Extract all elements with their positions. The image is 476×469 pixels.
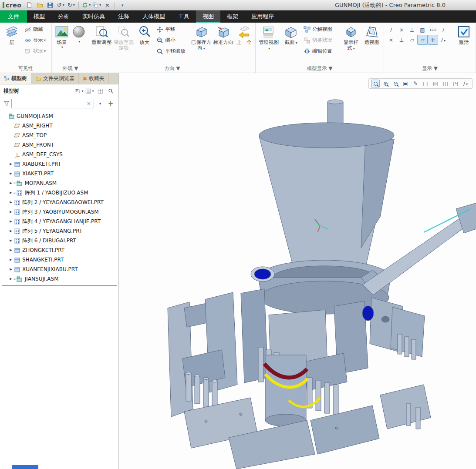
ribbon-tab-2[interactable]: 分析 xyxy=(51,10,76,23)
display-style-button[interactable]: ▢ xyxy=(421,80,430,87)
tree-item-10[interactable]: ▶阵列 3 / YAOBIYUMOGUN.ASM xyxy=(0,207,118,217)
tree-item-12[interactable]: ▶阵列 5 / YEYAGANG.PRT xyxy=(0,226,118,236)
ribbon-tab-5[interactable]: 人体模型 xyxy=(136,10,172,23)
hide-button[interactable]: 隐藏 xyxy=(23,24,47,35)
filter-options-dropdown[interactable]: ▾ xyxy=(96,99,105,108)
tree-search-button[interactable] xyxy=(106,87,115,95)
tree-filters-button[interactable] xyxy=(75,87,84,95)
repaint-button[interactable]: ✎ xyxy=(411,80,420,87)
tree-item-4[interactable]: ASM_DEF_CSYS xyxy=(0,150,118,159)
tree-item-5[interactable]: ▶XIABUKETI.PRT xyxy=(0,159,118,169)
tree-item-3[interactable]: ASM_FRONT xyxy=(0,140,118,150)
ribbon-tab-9[interactable]: 应用程序 xyxy=(245,10,280,23)
refit-button[interactable]: ▣ xyxy=(401,80,410,87)
annotation-display-button[interactable]: ∕ xyxy=(461,80,470,87)
tab-model-tree[interactable]: 模型树 xyxy=(0,73,31,84)
edit-position-button[interactable]: 编辑位置 xyxy=(302,46,340,57)
annotation-display-toggle[interactable]: ▧ xyxy=(417,25,428,35)
add-filter-button[interactable]: + xyxy=(106,99,115,108)
tree-item-16[interactable]: ▶XUANFENJIXIABU.PRT xyxy=(0,265,118,274)
customize-toolbar-button[interactable]: ▾ xyxy=(118,1,127,9)
pan-button[interactable]: 平移 xyxy=(155,24,189,35)
undo-button[interactable]: ↺ xyxy=(56,1,65,9)
zoom-out-button[interactable]: 缩小 xyxy=(155,35,189,46)
switch-status-button[interactable]: 切换状况 xyxy=(302,35,340,46)
datum-csys-display-toggle[interactable]: ⊥ xyxy=(407,25,417,35)
scene-button[interactable]: 场景 xyxy=(54,24,70,50)
expand-arrow-icon[interactable]: ▶ xyxy=(8,210,14,214)
activate-button[interactable]: 激活 xyxy=(454,24,474,46)
ribbon-tab-4[interactable]: 注释 xyxy=(111,10,136,23)
tree-item-8[interactable]: ▶▫阵列 1 / YAOBIJIZUO.ASM xyxy=(0,188,118,198)
expand-arrow-icon[interactable]: ▶ xyxy=(8,239,14,242)
perspective-button[interactable]: 透视图 xyxy=(362,24,382,46)
standard-orientation-button[interactable]: 标准方向 xyxy=(213,24,234,46)
graphics-area[interactable]: +−▣✎▢▤◫◳∕ xyxy=(119,73,476,469)
csys-tags-toggle[interactable]: ⊥ xyxy=(396,35,407,45)
select-display-dropdown[interactable]: ∕ xyxy=(438,35,449,45)
previous-view-button[interactable]: 上一个 xyxy=(235,24,253,46)
tab-folder-browser[interactable]: 文件夹浏览器 xyxy=(31,73,79,84)
layers-button[interactable]: 层 xyxy=(2,24,22,46)
expand-arrow-icon[interactable]: ▶ xyxy=(8,172,14,175)
window-switch-button[interactable] xyxy=(92,1,101,9)
ribbon-tab-1[interactable]: 模型 xyxy=(27,10,51,23)
tree-settings-button[interactable] xyxy=(85,87,94,95)
insertion-indicator[interactable] xyxy=(2,285,117,286)
open-file-button[interactable] xyxy=(35,1,44,9)
ribbon-tab-3[interactable]: 实时仿真 xyxy=(76,10,111,23)
tree-item-9[interactable]: ▶阵列 2 / YEYAGANGBAOWEI.PRT xyxy=(0,198,118,207)
tree-item-6[interactable]: ▶XIAKETI.PRT xyxy=(0,169,118,178)
ribbon-tab-6[interactable]: 工具 xyxy=(172,10,196,23)
refit-button[interactable]: 重新调整 xyxy=(91,24,112,46)
sections-button[interactable]: 截面 xyxy=(281,24,301,46)
point-tags-toggle[interactable]: × xyxy=(386,35,396,45)
tree-item-15[interactable]: ▶SHANGKETI.PRT xyxy=(0,255,118,265)
close-window-button[interactable]: × xyxy=(103,1,111,9)
datum-points-display-toggle[interactable]: × xyxy=(396,25,407,35)
expand-arrow-icon[interactable]: ▶ xyxy=(8,277,14,281)
tree-item-7[interactable]: ▶▫MOPAN.ASM xyxy=(0,178,118,188)
clear-filter-icon[interactable]: × xyxy=(86,100,92,107)
perspective-view-button[interactable]: ◳ xyxy=(451,80,460,87)
manage-views-button[interactable]: 管理视图 xyxy=(257,24,280,52)
datum-axes-display-toggle[interactable]: ∕ xyxy=(386,25,396,35)
redo-button[interactable]: ↻ xyxy=(67,1,75,9)
regenerate-button[interactable] xyxy=(82,1,91,9)
save-button[interactable] xyxy=(46,1,54,9)
zoom-out-button[interactable]: − xyxy=(391,80,400,87)
tree-item-0[interactable]: GUNMOJI.ASM xyxy=(0,111,118,121)
expand-arrow-icon[interactable]: ▶ xyxy=(8,181,14,185)
expand-arrow-icon[interactable]: ▶ xyxy=(8,191,14,194)
tree-item-14[interactable]: ▶ZHONGKETI.PRT xyxy=(0,245,118,255)
tree-item-2[interactable]: ASM_TOP xyxy=(0,131,118,140)
funnel-filter-icon[interactable] xyxy=(3,100,10,107)
tree-item-17[interactable]: ▶▫JIANSUJI.ASM xyxy=(0,274,118,284)
expand-arrow-icon[interactable]: ▶ xyxy=(8,162,14,166)
expand-arrow-icon[interactable]: ▶ xyxy=(8,268,14,271)
saved-orientations-button[interactable]: ▤ xyxy=(431,80,440,87)
tab-favorites[interactable]: ✱ 收藏夹 xyxy=(79,73,109,84)
tree-item-13[interactable]: ▶阵列 6 / DIBUGAI.PRT xyxy=(0,236,118,245)
explode-view-button[interactable]: 分解视图 xyxy=(302,24,340,35)
tree-filter-input[interactable] xyxy=(14,100,86,107)
datum-planes-display-toggle[interactable]: ▱ xyxy=(417,35,428,45)
tree-item-1[interactable]: ASM_RIGHT xyxy=(0,121,118,131)
pan-zoom-button[interactable]: 平移缩放 xyxy=(155,46,189,57)
tree-item-11[interactable]: ▶阵列 4 / YEYAGANGLIANJIE.PRT xyxy=(0,217,118,226)
plane-tags-toggle[interactable]: ▱ xyxy=(407,35,417,45)
model-gunmoji-3d-view[interactable] xyxy=(119,73,476,469)
appearance-gallery-button[interactable] xyxy=(71,24,88,44)
expand-arrow-icon[interactable]: ▶ xyxy=(8,201,14,204)
expand-arrow-icon[interactable]: ▶ xyxy=(8,229,14,233)
zoom-region-button[interactable] xyxy=(371,80,380,87)
view-manager-button[interactable]: ◫ xyxy=(441,80,450,87)
zoom-in-button[interactable]: 放大 xyxy=(135,24,154,46)
zoom-to-selected-button[interactable]: 缩放至选定项 xyxy=(113,24,135,52)
zoom-in-button[interactable]: + xyxy=(381,80,390,87)
display-style-button[interactable]: 显示样式 xyxy=(341,24,361,52)
show-button[interactable]: 显示 xyxy=(23,35,47,46)
ribbon-tab-7[interactable]: 视图 xyxy=(196,10,220,23)
expand-arrow-icon[interactable]: ▶ xyxy=(8,248,14,252)
expand-arrow-icon[interactable]: ▶ xyxy=(8,220,14,223)
